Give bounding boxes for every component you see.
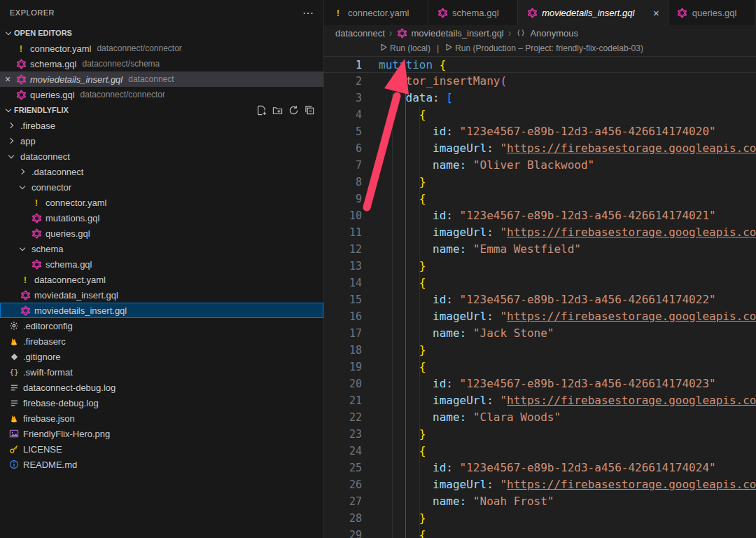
info-icon	[8, 459, 20, 470]
code-line: 18 }	[324, 342, 756, 359]
more-actions-icon[interactable]: ⋯	[302, 6, 314, 20]
code-line: 10 id: "123e4567-e89b-12d3-a456-42661417…	[324, 207, 756, 224]
tree-item-mutations-gql[interactable]: mutations.gql	[0, 210, 323, 226]
breadcrumb-item-anonymous[interactable]: Anonymous	[515, 27, 578, 39]
tree-item-label: moviedetails_insert.gql	[34, 305, 127, 316]
tree-item-readme-md[interactable]: README.md	[0, 457, 323, 472]
new-folder-button[interactable]	[272, 105, 283, 116]
code-text: imageUrl: "https://firebasestorage.googl…	[379, 308, 756, 325]
braces-icon: {}	[8, 366, 20, 378]
code-line: 24 {	[324, 443, 756, 460]
tree-item--swift-format[interactable]: {}.swift-format	[0, 364, 323, 380]
tree-item-schema-gql[interactable]: schema.gql	[0, 256, 323, 272]
code-text: id: "123e4567-e89b-12d3-a456-42661417402…	[379, 460, 756, 476]
tree-item-firebase-debug-log[interactable]: firebase-debug.log	[0, 395, 323, 411]
code-text: {	[379, 359, 756, 375]
tree-item-moviedetails-insert-gql[interactable]: moviedetails_insert.gql	[0, 303, 323, 318]
line-number: 21	[324, 392, 362, 409]
tree-item-label: FriendlyFlix-Hero.png	[23, 429, 110, 439]
code-line: 25 id: "123e4567-e89b-12d3-a456-42661417…	[324, 460, 756, 476]
tree-item-label: dataconnect	[20, 151, 70, 162]
line-number: 27	[324, 493, 362, 510]
graphql-icon	[31, 228, 42, 239]
tree-item-label: firebase-debug.log	[23, 398, 99, 408]
tree-item-queries-gql[interactable]: queries.gql	[0, 226, 323, 241]
code-text: {	[379, 106, 756, 123]
code-line: 23 }	[324, 426, 756, 443]
code-text: name: "Clara Woods"	[379, 409, 756, 426]
line-number: 13	[324, 258, 362, 275]
close-icon[interactable]: ×	[0, 74, 15, 85]
chevron-down-icon	[3, 104, 14, 116]
tree-item-moviedata-insert-gql[interactable]: moviedata_insert.gql	[0, 287, 323, 303]
file-name: queries.gql	[30, 90, 75, 100]
tree-item-label: .dataconnect	[31, 167, 83, 177]
code-line: 20 id: "123e4567-e89b-12d3-a456-42661417…	[324, 375, 756, 392]
open-editor-item-moviedetails-insert-gql[interactable]: ×moviedetails_insert.gqldataconnect	[0, 71, 323, 87]
file-name: moviedetails_insert.gql	[30, 74, 122, 85]
tree-item--gitignore[interactable]: .gitignore	[0, 349, 323, 364]
new-file-button[interactable]	[256, 105, 267, 116]
tab-moviedetails-insert-gql[interactable]: moviedetails_insert.gql×	[518, 0, 668, 25]
tree-item--firebase[interactable]: .firebase	[0, 118, 323, 133]
close-icon[interactable]: ×	[649, 7, 659, 19]
tab-connector-yaml[interactable]: !connector.yaml	[324, 0, 428, 25]
codelens-label: Run (local)	[390, 43, 430, 53]
code-line: 15 id: "123e4567-e89b-12d3-a456-42661417…	[324, 291, 756, 308]
line-number: 26	[324, 476, 362, 493]
tree-item-friendlyflix-hero-png[interactable]: FriendlyFlix-Hero.png	[0, 426, 323, 441]
breadcrumb-item-dataconnect[interactable]: dataconnect	[335, 28, 385, 39]
indent-guide-active	[405, 90, 406, 538]
open-editor-item-queries-gql[interactable]: queries.gqldataconnect/connector	[0, 87, 323, 102]
breadcrumb-label: moviedetails_insert.gql	[412, 28, 504, 39]
code-text: }	[379, 258, 756, 275]
line-number: 17	[324, 325, 362, 342]
file-name: schema.gql	[30, 59, 76, 69]
code-text: data: [	[379, 90, 756, 106]
line-number: 28	[324, 510, 362, 527]
refresh-button[interactable]	[288, 105, 299, 116]
tab-queries-gql[interactable]: queries.gql	[668, 0, 756, 25]
tree-item-firebase-json[interactable]: firebase.json	[0, 411, 323, 426]
tree-item--firebaserc[interactable]: .firebaserc	[0, 333, 323, 349]
tree-item--editorconfig[interactable]: .editorconfig	[0, 318, 323, 333]
breadcrumb-label: Anonymous	[530, 28, 578, 39]
tree-item-license[interactable]: LICENSE	[0, 441, 323, 457]
breadcrumb: dataconnect›moviedetails_insert.gql›Anon…	[324, 25, 756, 41]
graphql-icon	[20, 305, 31, 316]
code-line: 7 name: "Oliver Blackwood"	[324, 157, 756, 174]
code-line: 3 data: [	[324, 90, 756, 106]
run-icon	[445, 43, 452, 53]
tree-item-connector-yaml[interactable]: !connector.yaml	[0, 195, 323, 210]
section-actions	[256, 105, 323, 116]
tree-item-app[interactable]: app	[0, 133, 323, 149]
open-editor-item-schema-gql[interactable]: schema.gqldataconnect/schema	[0, 56, 323, 71]
tree-item-dataconnect-debug-log[interactable]: dataconnect-debug.log	[0, 380, 323, 395]
breadcrumb-item-moviedetails-insert-gql[interactable]: moviedetails_insert.gql	[397, 27, 504, 39]
project-section-header[interactable]: FRIENDLYFLIX	[0, 102, 323, 118]
run-local-link[interactable]: Run (local)	[380, 43, 430, 53]
collapse-all-button[interactable]	[304, 105, 315, 116]
tree-item--dataconnect[interactable]: .dataconnect	[0, 164, 323, 179]
open-editor-item-connector-yaml[interactable]: !connector.yamldataconnect/connector	[0, 41, 323, 56]
tree-item-schema[interactable]: schema	[0, 241, 323, 256]
code-line: 13 }	[324, 258, 756, 275]
tree-item-dataconnect[interactable]: dataconnect	[0, 149, 323, 164]
line-number: 16	[324, 308, 362, 325]
explorer-sidebar: EXPLORER ⋯ OPEN EDITORS !connector.yamld…	[0, 0, 324, 538]
tab-label: schema.gql	[452, 8, 498, 18]
warning-icon: !	[332, 7, 344, 18]
chevron-down-icon	[17, 243, 28, 254]
line-number: 9	[324, 191, 362, 207]
code-text: id: "123e4567-e89b-12d3-a456-42661417402…	[379, 291, 756, 308]
code-editor[interactable]: 1mutation {2 actor_insertMany(3 data: [4…	[324, 56, 756, 538]
file-path: dataconnect/connector	[97, 43, 181, 53]
tree-item-label: .firebase	[20, 120, 55, 131]
tree-item-dataconnect-yaml[interactable]: !dataconnect.yaml	[0, 272, 323, 287]
run-production-link[interactable]: Run (Production – Project: friendly-flix…	[445, 43, 643, 53]
tree-item-connector[interactable]: connector	[0, 179, 323, 195]
breadcrumb-separator: ›	[389, 27, 393, 39]
open-editors-header[interactable]: OPEN EDITORS	[0, 25, 323, 41]
tab-schema-gql[interactable]: schema.gql	[428, 0, 518, 25]
code-line: 4 {	[324, 106, 756, 123]
